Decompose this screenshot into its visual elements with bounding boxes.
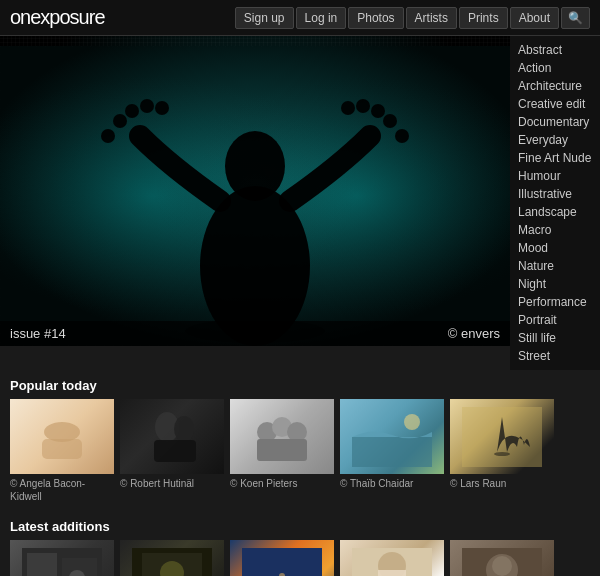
sidebar-category-5[interactable]: Everyday — [518, 131, 592, 149]
list-item: © Lars Raun — [450, 399, 554, 503]
svg-point-49 — [492, 556, 512, 576]
signup-button[interactable]: Sign up — [235, 7, 294, 29]
hero-caption: issue #14 © envers — [0, 321, 510, 346]
popular-thumbs: © Angela Bacon-Kidwell © Robert Hutinäl — [10, 399, 590, 503]
latest-thumb-3[interactable] — [230, 540, 334, 576]
sidebar-category-6[interactable]: Fine Art Nude — [518, 149, 592, 167]
latest-section: Latest additions © Angela Vicedomini — [0, 511, 600, 576]
search-button[interactable]: 🔍 — [561, 7, 590, 29]
popular-thumb-3[interactable] — [230, 399, 334, 474]
svg-point-7 — [125, 104, 139, 118]
sidebar-category-16[interactable]: Still life — [518, 329, 592, 347]
sidebar-category-17[interactable]: Street — [518, 347, 592, 365]
logo-on: on — [10, 6, 30, 28]
popular-thumb-4[interactable] — [340, 399, 444, 474]
sidebar-category-7[interactable]: Humour — [518, 167, 592, 185]
sidebar: AbstractActionArchitectureCreative editD… — [510, 36, 600, 370]
popular-thumb-2[interactable] — [120, 399, 224, 474]
svg-point-9 — [155, 101, 169, 115]
svg-point-27 — [404, 414, 420, 430]
svg-point-12 — [371, 104, 385, 118]
sidebar-category-11[interactable]: Mood — [518, 239, 592, 257]
svg-rect-31 — [27, 553, 57, 577]
hero-silhouette — [0, 36, 510, 346]
list-item: © Koen Pieters — [230, 399, 334, 503]
sidebar-category-9[interactable]: Landscape — [518, 203, 592, 221]
svg-point-13 — [356, 99, 370, 113]
login-button[interactable]: Log in — [296, 7, 347, 29]
sidebar-category-3[interactable]: Creative edit — [518, 95, 592, 113]
sidebar-category-13[interactable]: Night — [518, 275, 592, 293]
hero-credit: © envers — [448, 326, 500, 341]
popular-credit-4: © Thaïb Chaidar — [340, 477, 444, 490]
svg-point-10 — [101, 129, 115, 143]
prints-button[interactable]: Prints — [459, 7, 508, 29]
sidebar-category-15[interactable]: Portrait — [518, 311, 592, 329]
sidebar-category-14[interactable]: Performance — [518, 293, 592, 311]
list-item: © Leif Westling — [450, 540, 554, 576]
hero-photo — [0, 36, 510, 346]
svg-point-20 — [174, 416, 194, 442]
svg-point-6 — [113, 114, 127, 128]
popular-thumb-1[interactable] — [10, 399, 114, 474]
list-item: © Kling Douglas — [120, 540, 224, 576]
popular-title: Popular today — [10, 378, 590, 393]
svg-point-11 — [383, 114, 397, 128]
svg-point-29 — [494, 452, 510, 456]
sidebar-category-4[interactable]: Documentary — [518, 113, 592, 131]
latest-thumb-5[interactable] — [450, 540, 554, 576]
svg-point-8 — [140, 99, 154, 113]
latest-thumb-2[interactable] — [120, 540, 224, 576]
artists-button[interactable]: Artists — [406, 7, 457, 29]
svg-point-14 — [341, 101, 355, 115]
header: onexposure Sign up Log in Photos Artists… — [0, 0, 600, 36]
svg-point-5 — [225, 131, 285, 201]
categories-list: AbstractActionArchitectureCreative editD… — [518, 41, 592, 365]
sidebar-category-0[interactable]: Abstract — [518, 41, 592, 59]
svg-point-15 — [395, 129, 409, 143]
sidebar-category-1[interactable]: Action — [518, 59, 592, 77]
list-item: © Thaïb Chaidar — [340, 399, 444, 503]
latest-thumb-4[interactable] — [340, 540, 444, 576]
photos-button[interactable]: Photos — [348, 7, 403, 29]
about-button[interactable]: About — [510, 7, 559, 29]
list-item: © Angela Vicedomini — [10, 540, 114, 576]
list-item: © Angela Bacon-Kidwell — [10, 399, 114, 503]
popular-credit-2: © Robert Hutinäl — [120, 477, 224, 490]
latest-thumbs: © Angela Vicedomini © Kling Douglas — [10, 540, 590, 576]
popular-credit-1: © Angela Bacon-Kidwell — [10, 477, 114, 503]
svg-rect-18 — [42, 439, 82, 459]
sidebar-category-8[interactable]: Illustrative — [518, 185, 592, 203]
latest-thumb-1[interactable] — [10, 540, 114, 576]
main-content: issue #14 © envers AbstractActionArchite… — [0, 36, 600, 370]
logo-exposure: exposure — [30, 6, 104, 28]
svg-rect-38 — [242, 548, 322, 577]
hero-image: issue #14 © envers — [0, 36, 510, 346]
list-item: © fauzan ljazah — [340, 540, 444, 576]
popular-section: Popular today © Angela Bacon-Kidwell — [0, 370, 600, 511]
sidebar-category-10[interactable]: Macro — [518, 221, 592, 239]
popular-credit-5: © Lars Raun — [450, 477, 554, 490]
logo: onexposure — [10, 6, 105, 29]
list-item: © Ian Goodman — [230, 540, 334, 576]
svg-rect-46 — [378, 570, 406, 577]
svg-rect-26 — [352, 437, 432, 467]
nav: Sign up Log in Photos Artists Prints Abo… — [235, 7, 590, 29]
list-item: © Robert Hutinäl — [120, 399, 224, 503]
svg-rect-21 — [154, 440, 196, 462]
latest-title: Latest additions — [10, 519, 590, 534]
sidebar-category-2[interactable]: Architecture — [518, 77, 592, 95]
hero-issue: issue #14 — [10, 326, 66, 341]
popular-credit-3: © Koen Pieters — [230, 477, 334, 490]
sidebar-category-12[interactable]: Nature — [518, 257, 592, 275]
svg-rect-25 — [257, 439, 307, 461]
popular-thumb-5[interactable] — [450, 399, 554, 474]
